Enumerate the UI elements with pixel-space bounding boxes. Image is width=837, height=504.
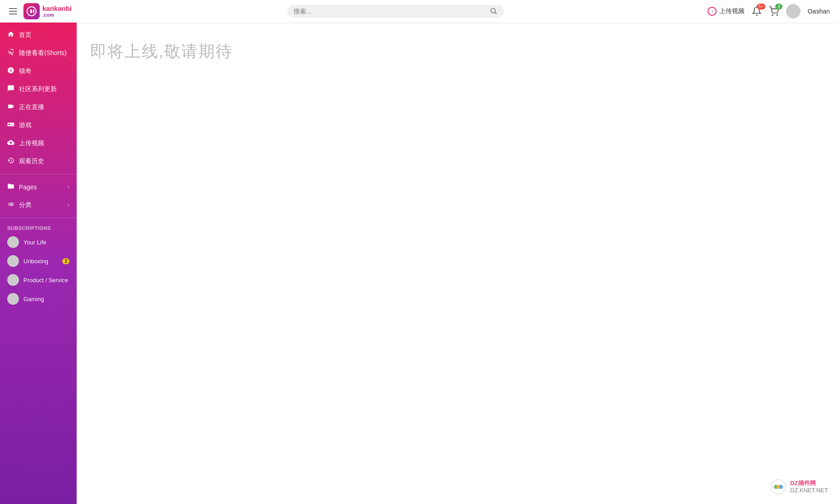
svg-point-5 (772, 14, 773, 15)
upload-button[interactable]: ↑ 上传视频 (708, 7, 745, 16)
avatar[interactable] (786, 4, 800, 18)
svg-point-3 (491, 9, 496, 13)
subscription-item-product-service[interactable]: Product / Service (0, 270, 77, 289)
explore-icon (7, 67, 14, 76)
subscription-name-unboxing: Unboxing (23, 258, 58, 265)
sidebar-item-explore[interactable]: 猫奇 (0, 62, 77, 80)
watermark-text: DZ插件网 (790, 480, 828, 487)
coming-soon-title: 即将上线,敬请期待 (90, 41, 823, 63)
watermark-logo-icon (770, 479, 786, 495)
subscription-item-unboxing[interactable]: Unboxing 2 (0, 252, 77, 270)
logo-container[interactable]: kankanbi .com (23, 3, 72, 19)
categories-arrow-icon: › (68, 202, 69, 208)
sidebar-item-games-label: 游戏 (19, 121, 69, 129)
subscriptions-heading: SUBSCRIPTIONS (0, 222, 77, 233)
subscription-avatar-gaming (7, 293, 19, 305)
sidebar-item-home[interactable]: 首页 (0, 26, 77, 44)
history-icon (7, 157, 14, 166)
sidebar-item-pages-label: Pages (19, 183, 63, 191)
sidebar-item-history-label: 观看历史 (19, 157, 69, 165)
header-left: kankanbi .com (7, 3, 84, 19)
subscription-item-gaming[interactable]: Gaming (0, 289, 77, 308)
search-box (287, 5, 504, 18)
watermark: DZ插件网 DZ.KNET.NET (770, 479, 828, 495)
upload-label: 上传视频 (719, 7, 745, 15)
subscription-avatar-unboxing (7, 255, 19, 267)
sidebar-item-live-label: 正在直播 (19, 103, 69, 111)
games-icon (7, 121, 14, 130)
sidebar-item-live[interactable]: 正在直播 (0, 98, 77, 116)
sidebar-item-community-label: 社区系列更新 (19, 85, 69, 93)
sidebar-item-pages[interactable]: Pages › (0, 178, 77, 196)
logo-text: kankanbi .com (42, 5, 72, 18)
subscription-avatar-your-life (7, 236, 19, 248)
pages-arrow-icon: › (68, 184, 69, 190)
sidebar-item-categories[interactable]: 分类 › (0, 196, 77, 214)
logo-icon (23, 3, 40, 19)
svg-point-10 (777, 485, 781, 489)
sidebar-item-shorts-label: 随便看看(Shorts) (19, 49, 69, 57)
layout: 首页 随便看看(Shorts) 猫奇 社区系列更新 正在直播 (0, 23, 837, 504)
main-content: 即将上线,敬请期待 (77, 23, 837, 504)
notification-badge: 5+ (757, 4, 765, 9)
header-right: ↑ 上传视频 5+ 3 Oashan (708, 4, 830, 18)
sidebar-item-history[interactable]: 观看历史 (0, 152, 77, 170)
search-button[interactable] (490, 8, 497, 15)
sidebar-item-community[interactable]: 社区系列更新 (0, 80, 77, 98)
cart-button[interactable]: 3 (769, 6, 779, 16)
home-icon (7, 31, 14, 40)
sidebar-item-explore-label: 猫奇 (19, 67, 69, 75)
subscription-name-your-life: Your Life (23, 239, 69, 246)
svg-rect-2 (33, 9, 34, 13)
subscription-name-product-service: Product / Service (23, 277, 69, 284)
subscription-name-gaming: Gaming (23, 296, 69, 302)
header: kankanbi .com ↑ 上传视频 5+ (0, 0, 837, 23)
sidebar-divider-2 (0, 218, 77, 218)
sidebar-item-home-label: 首页 (19, 31, 69, 39)
shorts-icon (7, 49, 14, 58)
sidebar-item-games[interactable]: 游戏 (0, 116, 77, 134)
hamburger-button[interactable] (7, 6, 19, 16)
sidebar-item-upload[interactable]: 上传视频 (0, 134, 77, 152)
user-name[interactable]: Oashan (808, 8, 830, 15)
cart-badge: 3 (775, 4, 782, 9)
notification-button[interactable]: 5+ (752, 6, 762, 16)
svg-line-4 (495, 13, 497, 14)
watermark-text-container: DZ插件网 DZ.KNET.NET (790, 480, 828, 494)
watermark-subtext: DZ.KNET.NET (790, 487, 828, 494)
svg-point-6 (777, 14, 777, 15)
sidebar-item-categories-label: 分类 (19, 201, 63, 209)
search-input[interactable] (294, 8, 487, 15)
upload-icon: ↑ (708, 7, 717, 16)
subscription-item-your-life[interactable]: Your Life (0, 233, 77, 252)
pages-icon (7, 183, 14, 192)
subscription-badge-unboxing: 2 (62, 258, 69, 264)
svg-rect-1 (30, 9, 32, 13)
sidebar-divider-1 (0, 174, 77, 174)
categories-icon (7, 201, 14, 210)
sidebar-item-upload-label: 上传视频 (19, 139, 69, 147)
community-icon (7, 85, 14, 94)
live-icon (7, 103, 14, 112)
header-search (84, 5, 708, 18)
upload-nav-icon (7, 139, 14, 148)
subscription-avatar-product-service (7, 274, 19, 286)
sidebar-item-shorts[interactable]: 随便看看(Shorts) (0, 44, 77, 62)
sidebar: 首页 随便看看(Shorts) 猫奇 社区系列更新 正在直播 (0, 23, 77, 504)
